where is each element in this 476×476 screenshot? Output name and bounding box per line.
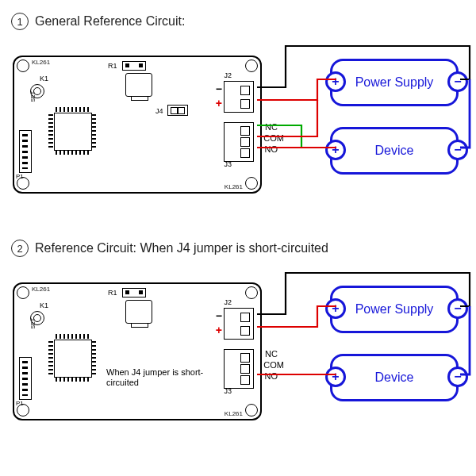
power-minus-terminal: −: [447, 71, 468, 92]
polarity-minus: −: [216, 309, 222, 322]
pcb-board: KL261 KL261 R1 K1 SET P1 J2 J3 − + NC CO…: [13, 282, 262, 420]
r1-component: [122, 288, 146, 298]
chip-pins: [56, 334, 89, 339]
chip-pins: [56, 377, 89, 382]
diagram-2: KL261 KL261 R1 K1 SET P1 J2 J3 − + NC CO…: [0, 251, 476, 425]
set-label: SET: [30, 91, 36, 102]
polarity-minus: −: [216, 83, 222, 95]
device-plus-terminal: +: [325, 367, 346, 387]
set-label: SET: [30, 318, 36, 329]
power-plus-terminal: +: [325, 71, 346, 92]
chip-pins: [48, 114, 53, 148]
mounting-hole: [245, 177, 258, 190]
page: 1 General Reference Circuit: KL261 KL261…: [0, 0, 476, 476]
device-box: Device: [330, 354, 459, 401]
k1-label: K1: [40, 75, 48, 83]
p1-header: [19, 357, 32, 400]
power-plus-terminal: +: [325, 298, 346, 319]
p1-header: [19, 130, 32, 173]
j2-connector: [224, 81, 254, 113]
nc-label: NC: [265, 122, 278, 132]
mcu-chip: [54, 113, 92, 151]
j2-label: J2: [224, 71, 232, 79]
j2-connector: [224, 308, 254, 340]
device-minus-terminal: −: [447, 367, 468, 387]
j4-jumper: [167, 105, 188, 116]
mounting-hole: [17, 286, 29, 299]
mounting-hole: [17, 60, 29, 72]
polarity-plus: +: [216, 324, 222, 336]
p1-label: P1: [16, 400, 24, 407]
board-label: KL261: [32, 59, 50, 66]
relay-component: [125, 300, 152, 324]
k1-label: K1: [40, 301, 48, 309]
relay-component: [125, 73, 152, 97]
power-minus-terminal: −: [447, 298, 468, 319]
diagram-1: KL261 KL261 R1 K1 SET P1 J4 J2 J3 − + NC…: [0, 24, 476, 198]
mounting-hole: [245, 404, 258, 416]
j4-note: When J4 jumper is short-circuited: [106, 367, 209, 388]
power-supply-box: Power Supply: [330, 59, 459, 106]
p1-label: P1: [16, 173, 24, 180]
r1-label: R1: [108, 289, 117, 297]
polarity-plus: +: [216, 97, 222, 109]
power-supply-box: Power Supply: [330, 286, 459, 333]
mounting-hole: [245, 286, 258, 299]
r1-component: [122, 61, 146, 71]
no-label: NO: [265, 144, 278, 154]
mcu-chip: [54, 340, 92, 378]
j3-connector: [224, 349, 254, 389]
device-minus-terminal: −: [447, 140, 468, 160]
r1-label: R1: [108, 62, 117, 70]
com-label: COM: [263, 133, 284, 143]
com-label: COM: [263, 360, 284, 370]
chip-pins: [56, 107, 89, 112]
board-label: KL261: [225, 410, 243, 417]
chip-pins: [91, 114, 96, 148]
board-label: KL261: [225, 183, 243, 190]
chip-pins: [91, 341, 96, 374]
device-plus-terminal: +: [325, 140, 346, 160]
no-label: NO: [265, 371, 278, 381]
device-box: Device: [330, 127, 459, 175]
mounting-hole: [245, 60, 258, 72]
nc-label: NC: [265, 349, 278, 359]
pcb-board: KL261 KL261 R1 K1 SET P1 J4 J2 J3 − + NC…: [13, 56, 262, 194]
j3-connector: [224, 122, 254, 162]
chip-pins: [48, 341, 53, 374]
j4-label: J4: [155, 107, 163, 115]
chip-pins: [56, 150, 89, 155]
board-label: KL261: [32, 286, 50, 293]
j2-label: J2: [224, 298, 232, 306]
